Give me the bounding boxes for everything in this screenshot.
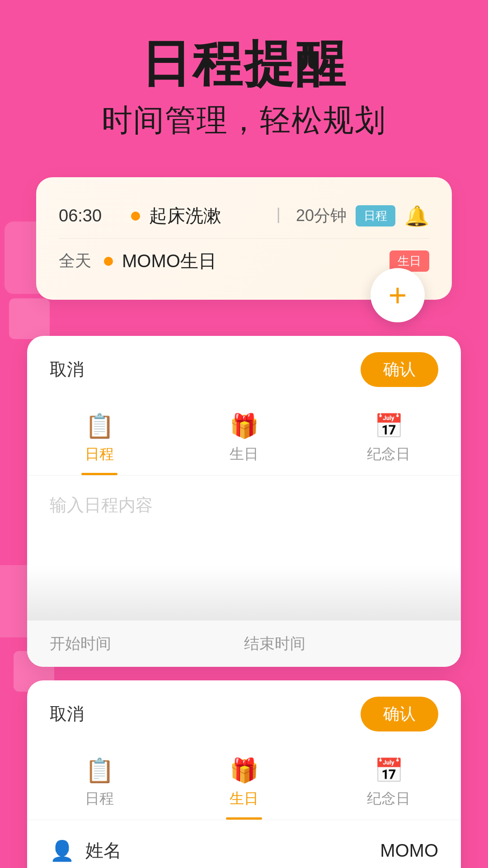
notif-time-1: 06:30 — [59, 206, 122, 226]
bell-icon: 🔔 — [404, 204, 429, 228]
tab-birthday-label-1: 生日 — [230, 444, 258, 464]
notification-card: 06:30 起床洗漱 丨 20分钟 日程 🔔 全天 MOMO生日 生日 + — [36, 177, 452, 300]
schedule-input-area[interactable]: 输入日程内容 — [27, 476, 461, 566]
tab-birthday-label-2: 生日 — [230, 789, 258, 809]
dialog-schedule-header: 取消 确认 — [27, 336, 461, 403]
birthday-tab-icon-1: 🎁 — [230, 412, 259, 440]
schedule-tab-icon-2: 📋 — [85, 757, 114, 784]
notif-text-1: 起床洗漱 — [149, 203, 262, 228]
anniversary-tab-icon-2: 📅 — [374, 757, 404, 784]
start-time-label: 开始时间 — [50, 633, 244, 654]
page-subtitle: 时间管理，轻松规划 — [27, 100, 461, 141]
dialog-birthday-header: 取消 确认 — [27, 680, 461, 748]
page-header: 日程提醒 时间管理，轻松规划 — [0, 0, 488, 159]
notif-item-2: 全天 MOMO生日 生日 — [59, 238, 429, 283]
cancel-button-2[interactable]: 取消 — [50, 703, 84, 726]
confirm-button-1[interactable]: 确认 — [361, 352, 438, 387]
name-label: 姓名 — [85, 838, 380, 863]
person-icon: 👤 — [50, 839, 75, 863]
dialog-schedule: 取消 确认 📋 日程 🎁 生日 📅 纪念日 输入日程内容 开始时间 结束时间 — [27, 336, 461, 667]
tab-row-1: 📋 日程 🎁 生日 📅 纪念日 — [27, 403, 461, 476]
notif-item-1: 06:30 起床洗漱 丨 20分钟 日程 🔔 — [59, 193, 429, 238]
name-value: MOMO — [380, 840, 438, 861]
notif-text-2: MOMO生日 — [122, 249, 380, 274]
notif-duration: 20分钟 — [296, 205, 347, 227]
page-title: 日程提醒 — [27, 36, 461, 91]
notif-dot-1 — [131, 212, 140, 221]
birthday-name-row: 👤 姓名 MOMO — [27, 820, 461, 868]
notif-divider: 丨 — [271, 205, 287, 227]
confirm-button-2[interactable]: 确认 — [361, 697, 438, 731]
add-event-button[interactable]: + — [371, 268, 425, 322]
tab-anniversary-label-1: 纪念日 — [367, 444, 410, 464]
notif-allday: 全天 — [59, 250, 95, 272]
tab-anniversary-2[interactable]: 📅 纪念日 — [343, 757, 434, 820]
notif-dot-2 — [104, 257, 113, 266]
schedule-input-placeholder: 输入日程内容 — [50, 495, 153, 514]
anniversary-tab-icon-1: 📅 — [374, 412, 404, 440]
tab-schedule-label-1: 日程 — [85, 444, 114, 464]
dialogs-area: 取消 确认 📋 日程 🎁 生日 📅 纪念日 输入日程内容 开始时间 结束时间 — [0, 336, 488, 868]
gradient-overlay-1 — [27, 566, 461, 620]
tab-anniversary-label-2: 纪念日 — [367, 789, 410, 809]
end-time-label: 结束时间 — [244, 633, 438, 654]
tab-row-2: 📋 日程 🎁 生日 📅 纪念日 — [27, 748, 461, 820]
cancel-button-1[interactable]: 取消 — [50, 358, 84, 381]
tab-schedule-1[interactable]: 📋 日程 — [54, 412, 145, 475]
schedule-tab-icon: 📋 — [85, 412, 114, 440]
tab-schedule-2[interactable]: 📋 日程 — [54, 757, 145, 820]
birthday-tab-icon-2: 🎁 — [230, 757, 259, 784]
dialog-birthday: 取消 确认 📋 日程 🎁 生日 📅 纪念日 👤 姓名 MOMO 📅 — [27, 680, 461, 868]
tab-birthday-2[interactable]: 🎁 生日 — [199, 757, 289, 820]
tab-birthday-1[interactable]: 🎁 生日 — [199, 412, 289, 475]
tab-schedule-label-2: 日程 — [85, 789, 114, 809]
time-row: 开始时间 结束时间 — [27, 620, 461, 667]
tab-anniversary-1[interactable]: 📅 纪念日 — [343, 412, 434, 475]
tag-schedule: 日程 — [356, 205, 395, 226]
